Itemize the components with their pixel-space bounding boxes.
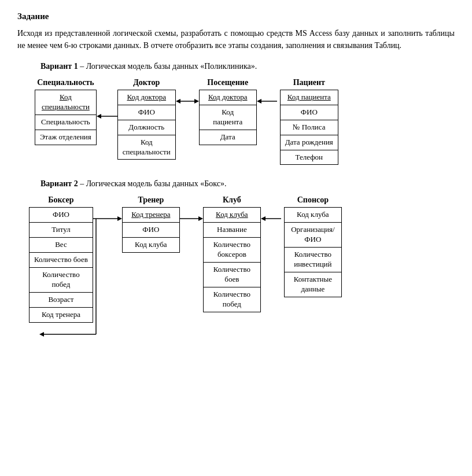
variant2-section: Вариант 2 – Логическая модель базы данны…	[17, 179, 455, 340]
field-kontaktnye-dannye: Контактныеданные	[284, 272, 341, 297]
entity-sponsor: Спонсор Код клуба Организация/ФИО Количе…	[284, 195, 342, 297]
entity-sponsor-header: Спонсор	[284, 195, 342, 205]
svg-marker-8	[117, 216, 122, 221]
field-kol-pobed-bokser: Количествопобед	[30, 268, 93, 293]
entity-bokser-header: Боксер	[29, 195, 93, 205]
field-data-rozhdeniya: Дата рождения	[280, 135, 338, 150]
field-kol-boev-klub: Количествобоев	[203, 263, 260, 287]
field-kod-kluba-trener: Код клуба	[122, 238, 179, 253]
field-kod-trenera-bokser: Код тренера	[30, 307, 93, 322]
field-fio-pacient: ФИО	[280, 105, 338, 120]
field-kod-doctora: Код доктора	[117, 90, 175, 105]
field-kod-kluba: Код клуба	[203, 208, 260, 223]
intro-text: Исходя из представленной логической схем…	[17, 27, 455, 51]
variant2-title: Вариант 2 – Логическая модель базы данны…	[40, 179, 455, 189]
variant1-section: Вариант 1 – Логическая модель базы данны…	[17, 62, 455, 165]
field-titul: Титул	[30, 223, 93, 238]
svg-marker-11	[39, 332, 44, 337]
entity-trener-header: Тренер	[122, 195, 180, 205]
entity-klub-header: Клуб	[203, 195, 261, 205]
field-kod-specialnosti: Кодспециальности	[35, 90, 97, 115]
entity-bokser: Боксер ФИО Титул Вес Количество боев Кол…	[29, 195, 93, 322]
arrow-bokser-trener	[93, 213, 122, 340]
arrow-trener-klub	[180, 213, 203, 224]
entity-pacient-header: Пациент	[280, 78, 338, 87]
entity-doctor: Доктор Код доктора ФИО Должность Кодспец…	[117, 78, 176, 160]
field-dolzhnost: Должность	[117, 120, 175, 135]
field-fio-bokser: ФИО	[30, 208, 93, 223]
entity-poseshenie-header: Посещение	[199, 78, 257, 87]
field-data-pos: Дата	[199, 130, 256, 145]
svg-marker-6	[257, 99, 261, 104]
field-organizaciya-fio: Организация/ФИО	[284, 223, 341, 248]
entity-poseshenie-table: Код доктора Кодпациента Дата	[199, 90, 257, 145]
svg-marker-4	[194, 99, 199, 104]
entity-trener-table: Код тренера ФИО Код клуба	[122, 207, 180, 253]
entity-klub-table: Код клуба Название Количествобоксеров Ко…	[203, 207, 261, 312]
svg-marker-1	[97, 114, 101, 119]
field-kod-kluba-sponsor: Код клуба	[284, 208, 341, 223]
field-nomer-polisa: № Полиса	[280, 120, 338, 135]
field-kod-pacienta-pos: Кодпациента	[199, 105, 256, 130]
svg-marker-15	[261, 216, 266, 221]
entity-bokser-table: ФИО Титул Вес Количество боев Количество…	[29, 207, 93, 322]
arrow-sponsor-klub	[261, 213, 284, 224]
entity-doctor-header: Доктор	[117, 78, 176, 87]
entity-sponsor-table: Код клуба Организация/ФИО Количествоинве…	[284, 207, 342, 297]
field-nazvanie: Название	[203, 223, 260, 238]
variant1-title: Вариант 1 – Логическая модель базы данны…	[40, 62, 455, 71]
field-specialnost: Специальность	[35, 115, 97, 130]
svg-marker-13	[198, 216, 203, 221]
field-kol-bokserov: Количествобоксеров	[203, 238, 260, 263]
entity-pacient: Пациент Код пациента ФИО № Полиса Дата р…	[280, 78, 338, 165]
field-telefon: Телефон	[280, 150, 338, 165]
field-fio-trener: ФИО	[122, 223, 179, 238]
arrow-doctor-to-specialnost	[97, 110, 117, 122]
field-kod-pacienta: Код пациента	[280, 90, 338, 105]
field-kol-pobed-klub: Количествопобед	[203, 287, 260, 312]
entity-specialnost-header: Специальность	[35, 78, 97, 87]
field-kol-boev: Количество боев	[30, 253, 93, 268]
field-kod-spec-doctor: Кодспециальности	[117, 135, 175, 160]
svg-marker-3	[176, 99, 180, 104]
field-ves: Вес	[30, 238, 93, 253]
arrow-doctor-poseshenie	[176, 95, 199, 107]
field-kod-doctora-pos: Код доктора	[199, 90, 256, 105]
field-fio-doctor: ФИО	[117, 105, 175, 120]
field-kod-trenera: Код тренера	[122, 208, 179, 223]
entity-trener: Тренер Код тренера ФИО Код клуба	[122, 195, 180, 253]
entity-specialnost: Специальность Кодспециальности Специальн…	[35, 78, 97, 145]
arrow-pacient-poseshenie	[257, 95, 280, 107]
entity-klub: Клуб Код клуба Название Количествобоксер…	[203, 195, 261, 312]
page-title: Задание	[17, 12, 455, 21]
field-kol-investiciy: Количествоинвестиций	[284, 248, 341, 272]
entity-poseshenie: Посещение Код доктора Кодпациента Дата	[199, 78, 257, 145]
entity-pacient-table: Код пациента ФИО № Полиса Дата рождения …	[280, 90, 338, 165]
entity-doctor-table: Код доктора ФИО Должность Кодспециальнос…	[117, 90, 176, 160]
field-etazh: Этаж отделения	[35, 130, 97, 145]
field-vozrast: Возраст	[30, 292, 93, 307]
entity-specialnost-table: Кодспециальности Специальность Этаж отде…	[35, 90, 97, 145]
